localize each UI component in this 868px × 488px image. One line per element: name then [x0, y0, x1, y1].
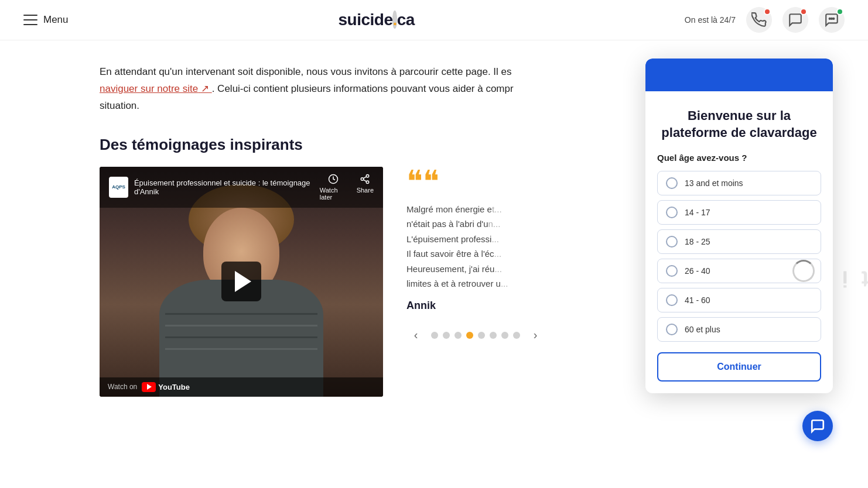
option-13-moins[interactable]: 13 and et moins	[657, 171, 821, 195]
carousel-next[interactable]: ›	[526, 326, 545, 345]
intro-paragraph: En attendant qu'un intervenant soit disp…	[100, 64, 545, 115]
svg-point-4	[367, 174, 370, 177]
option-label-1: 13 and et moins	[685, 178, 743, 188]
external-link-icon: ↗	[201, 83, 209, 94]
carousel-prev[interactable]: ‹	[406, 326, 425, 345]
radio-circle-3	[666, 236, 678, 248]
radio-circle-1	[666, 177, 678, 189]
dot-3[interactable]	[454, 332, 462, 339]
video-title: Épuisement professionnel et suicide : le…	[134, 178, 320, 196]
dot-6[interactable]	[490, 332, 497, 339]
watch-later-button[interactable]: Watch later	[320, 174, 347, 201]
option-60-plus[interactable]: 60 et plus	[657, 317, 821, 342]
play-button[interactable]	[221, 262, 261, 301]
header: Menu suicide.ca On est là 24/7	[0, 0, 868, 40]
chat-title: Bienvenue sur la plateforme de clavardag…	[657, 108, 821, 141]
carousel-dots	[431, 332, 520, 339]
availability-label: On est là 24/7	[685, 15, 736, 25]
main-content: En attendant qu'un intervenant soit disp…	[0, 40, 644, 420]
site-link[interactable]: naviguer sur notre site ↗	[100, 83, 212, 94]
menu-button[interactable]: Menu	[23, 14, 69, 26]
logo-suffix: ca	[397, 11, 415, 29]
option-label-3: 18 - 25	[685, 237, 710, 246]
chat-modal-header	[645, 59, 833, 91]
video-header: AQPS Épuisement professionnel et suicide…	[100, 167, 383, 208]
testimonial-name: Annik	[406, 300, 545, 312]
video-header-left: AQPS Épuisement professionnel et suicide…	[109, 177, 320, 198]
chat-modal-body: Bienvenue sur la plateforme de clavardag…	[645, 91, 833, 393]
chat-bubble-button[interactable]	[802, 411, 833, 420]
aqps-logo: AQPS	[109, 177, 128, 198]
video-player[interactable]: AQPS Épuisement professionnel et suicide…	[100, 167, 383, 397]
dot-4-active[interactable]	[466, 332, 473, 339]
chat-modal: Bienvenue sur la plateforme de clavardag…	[645, 59, 833, 393]
svg-point-1	[831, 18, 832, 19]
chat-options: 13 and et moins 14 - 17 18 - 25 26 - 40 …	[657, 171, 821, 342]
radio-circle-2	[666, 207, 678, 218]
logo-text: suicide	[338, 11, 392, 29]
svg-line-7	[364, 180, 367, 181]
svg-point-0	[829, 18, 831, 19]
radio-circle-6	[666, 324, 678, 335]
option-label-5: 41 - 60	[685, 295, 710, 305]
sms-badge	[800, 8, 807, 15]
dot-7[interactable]	[501, 332, 508, 339]
logo-dot: .	[392, 11, 397, 29]
radio-circle-5	[666, 294, 678, 306]
testimonial-text: Malgré mon énergie et... n'était pas à l…	[406, 202, 545, 291]
svg-point-5	[361, 177, 364, 180]
chat-header-button[interactable]	[819, 7, 845, 33]
option-label-6: 60 et plus	[685, 325, 720, 334]
radio-circle-4	[666, 265, 678, 277]
dot-8[interactable]	[513, 332, 520, 339]
chat-badge	[836, 8, 843, 15]
youtube-text: YouTube	[158, 383, 190, 391]
svg-point-6	[367, 181, 370, 184]
play-icon	[235, 271, 251, 292]
phone-button[interactable]	[746, 7, 772, 33]
testimonial-area: ❝❝ Malgré mon énergie et... n'était pas …	[406, 167, 545, 345]
intro-text-part3: situation.	[100, 100, 139, 111]
intro-text-part2: . Celui-ci contient plusieurs informatio…	[212, 83, 514, 94]
option-18-25[interactable]: 18 - 25	[657, 229, 821, 254]
dot-2[interactable]	[443, 332, 450, 339]
option-label-4: 26 - 40	[685, 266, 710, 276]
loading-spinner	[792, 260, 815, 282]
intro-text-part1: En attendant qu'un intervenant soit disp…	[100, 66, 512, 77]
video-actions: Watch later Share	[320, 174, 374, 201]
chat-question: Quel âge avez-vous ?	[657, 153, 821, 163]
carousel: ‹ ›	[406, 326, 545, 345]
youtube-logo[interactable]: YouTube	[142, 382, 190, 392]
youtube-icon	[142, 382, 156, 392]
dot-5[interactable]	[478, 332, 485, 339]
menu-icon	[23, 15, 37, 25]
svg-line-8	[364, 177, 367, 178]
header-right: On est là 24/7	[685, 7, 845, 33]
menu-label: Menu	[43, 14, 69, 26]
site-logo[interactable]: suicide.ca	[338, 11, 414, 29]
option-26-40[interactable]: 26 - 40	[657, 259, 821, 283]
svg-point-2	[833, 18, 834, 19]
sms-button[interactable]	[782, 7, 808, 33]
continue-button[interactable]: Continuer	[657, 352, 821, 382]
dot-1[interactable]	[431, 332, 438, 339]
watch-on-label: Watch on	[108, 383, 137, 391]
share-button[interactable]: Share	[357, 174, 374, 201]
video-footer: Watch on YouTube	[100, 377, 383, 397]
phone-badge	[764, 8, 771, 15]
quote-icon: ❝❝	[406, 167, 545, 197]
option-41-60[interactable]: 41 - 60	[657, 288, 821, 312]
option-14-17[interactable]: 14 - 17	[657, 200, 821, 225]
option-label-2: 14 - 17	[685, 208, 710, 217]
section-title: Des témoignages inspirants	[100, 136, 545, 154]
